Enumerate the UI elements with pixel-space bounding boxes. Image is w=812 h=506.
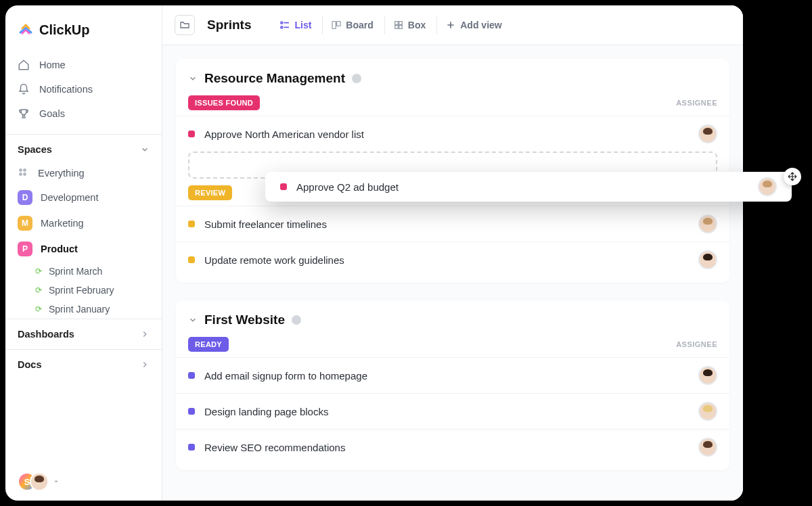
assignee-avatar[interactable] [698,124,717,143]
task-row[interactable]: Add email signup form to homepage [176,357,729,393]
status-header-ready: READY ASSIGNEE [176,337,729,357]
svg-point-3 [24,173,26,175]
space-development-label: Development [41,192,98,203]
nav-home[interactable]: Home [5,53,162,77]
sprint-february[interactable]: ⟳ Sprint February [5,281,162,300]
svg-point-0 [20,169,22,171]
folder-icon[interactable] [175,15,195,35]
list-icon [279,20,290,30]
svg-rect-10 [394,22,398,25]
task-title: Approve North American vendor list [204,129,364,140]
sprint-march[interactable]: ⟳ Sprint March [5,262,162,281]
task-row[interactable]: Review SEO recommendations [176,429,729,465]
view-tab-box[interactable]: Box [384,16,434,34]
add-view-button[interactable]: Add view [436,16,510,34]
list-title: Resource Management [204,71,345,86]
view-tab-list-label: List [294,20,311,30]
grid-icon [18,167,30,179]
list-header[interactable]: First Website [176,313,729,337]
chevron-down-icon [140,145,150,154]
task-title: Design landing page blocks [204,406,328,417]
assignee-avatar[interactable] [698,250,717,269]
main-area: Sprints List Board Box Add view [162,5,743,501]
nav-dashboards-label: Dashboards [18,329,74,340]
space-marketing[interactable]: M Marketing [5,210,162,236]
space-product-label: Product [41,244,78,254]
sidebar-footer[interactable]: S [5,463,162,501]
spaces-header[interactable]: Spaces [5,134,162,162]
nav-home-label: Home [39,60,66,70]
task-row[interactable]: Update remote work guidelines [176,242,729,277]
sprint-january-label: Sprint January [49,304,110,315]
status-pill-ready[interactable]: READY [188,337,229,352]
dragging-task-card[interactable]: Approve Q2 ad budget [265,172,792,202]
view-tab-list[interactable]: List [271,16,319,34]
task-row[interactable]: Submit freelancer timelines [176,206,729,242]
sprint-january[interactable]: ⟳ Sprint January [5,300,162,319]
assignee-avatar[interactable] [698,366,717,385]
space-everything[interactable]: Everything [5,162,162,185]
assignee-avatar[interactable] [698,438,717,457]
status-dot [188,256,195,263]
space-badge-p: P [18,242,32,256]
nav-notifications[interactable]: Notifications [5,77,162,101]
list-header[interactable]: Resource Management [176,71,729,95]
status-pill-issues[interactable]: ISSUES FOUND [188,95,260,110]
sprint-icon: ⟳ [35,267,42,276]
status-header-issues: ISSUES FOUND ASSIGNEE [176,95,729,116]
board-icon [331,20,342,30]
brand-logo[interactable]: ClickUp [5,16,162,50]
svg-rect-13 [399,26,402,29]
info-icon[interactable] [352,74,361,83]
svg-point-1 [24,169,26,171]
sprint-icon: ⟳ [35,285,42,295]
topbar: Sprints List Board Box Add view [162,5,743,45]
drag-cursor-icon [784,168,801,185]
status-pill-review[interactable]: REVIEW [188,185,232,200]
spaces-title: Spaces [18,144,52,155]
svg-point-2 [20,173,22,175]
svg-rect-8 [332,22,336,29]
assignee-avatar[interactable] [698,402,717,421]
content-scroll[interactable]: Resource Management ISSUES FOUND ASSIGNE… [162,45,743,501]
nav-dashboards[interactable]: Dashboards [5,319,162,349]
view-tab-board[interactable]: Board [322,16,381,34]
assignee-avatar[interactable] [698,214,717,233]
page-title: Sprints [207,18,251,32]
svg-rect-4 [281,22,283,24]
nav-docs[interactable]: Docs [5,349,162,380]
svg-rect-12 [394,26,398,29]
info-icon[interactable] [292,315,301,325]
svg-rect-11 [399,22,402,25]
dragging-task-title: Approve Q2 ad budget [296,181,399,193]
sprint-february-label: Sprint February [49,285,114,296]
list-resource-management: Resource Management ISSUES FOUND ASSIGNE… [176,59,729,283]
assignee-avatar[interactable] [758,177,777,196]
bell-icon [18,83,30,95]
task-row[interactable]: Design landing page blocks [176,393,729,429]
task-title: Submit freelancer timelines [204,218,327,230]
task-title: Add email signup form to homepage [204,370,367,382]
column-assignee: ASSIGNEE [676,340,717,348]
task-row[interactable]: Approve North American vendor list [176,116,729,152]
task-title: Review SEO recommendations [204,442,345,453]
chevron-down-icon [188,74,198,83]
space-badge-m: M [18,216,32,231]
nav-goals[interactable]: Goals [5,101,162,126]
home-icon [18,59,30,71]
plus-icon [445,20,456,30]
list-first-website: First Website READY ASSIGNEE Add email s… [176,300,729,470]
box-icon [393,20,404,30]
user-avatar [30,472,49,491]
status-dot [188,444,195,451]
column-assignee: ASSIGNEE [676,99,717,107]
app-window: ClickUp Home Notifications Goals Spaces … [5,5,743,501]
space-product[interactable]: P Product [5,236,162,262]
clickup-logo-icon [18,22,34,38]
sidebar: ClickUp Home Notifications Goals Spaces … [5,5,162,501]
status-dot [188,221,195,227]
space-development[interactable]: D Development [5,185,162,210]
view-tab-board-label: Board [346,20,373,30]
sprint-icon: ⟳ [35,304,42,314]
space-everything-label: Everything [38,168,85,179]
